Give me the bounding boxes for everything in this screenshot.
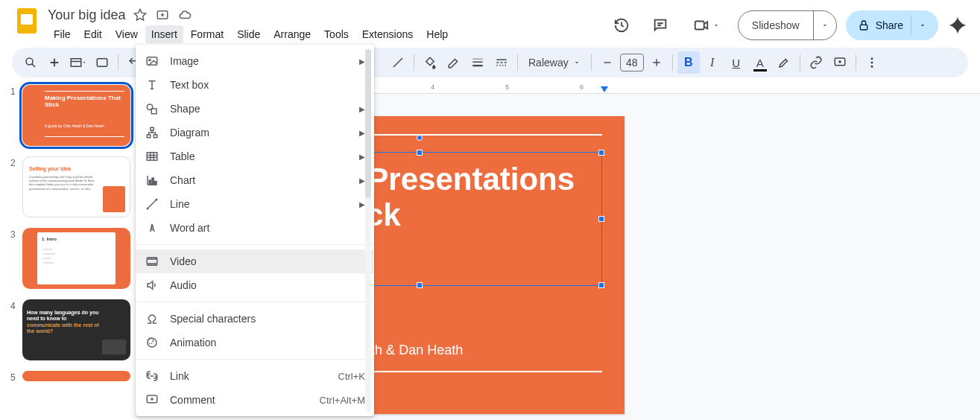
separator: [591, 54, 592, 71]
move-icon[interactable]: [155, 7, 170, 22]
separator: [800, 54, 800, 71]
increase-font-icon[interactable]: [645, 51, 668, 74]
menu-item-word-art[interactable]: Word art: [136, 216, 374, 240]
comment-icon: [145, 393, 159, 407]
border-weight-icon[interactable]: [467, 51, 489, 74]
shape-icon: [145, 102, 159, 115]
resize-handle[interactable]: [598, 150, 604, 156]
chevron-down-icon: [821, 22, 829, 29]
menu-item-chart[interactable]: Chart▶: [136, 168, 374, 192]
menu-item-special-characters[interactable]: Special characters: [136, 307, 374, 331]
menu-edit[interactable]: Edit: [78, 25, 108, 43]
menu-separator: [136, 244, 374, 245]
resize-handle[interactable]: [598, 216, 604, 222]
header: Your big idea FileEditViewInsertFormatSl…: [0, 0, 980, 48]
resize-handle[interactable]: [598, 282, 604, 288]
menu-item-text-box[interactable]: Text box: [136, 73, 374, 97]
decrease-font-icon[interactable]: [596, 51, 619, 74]
scrollbar[interactable]: [365, 49, 371, 412]
menu-item-audio[interactable]: Audio: [136, 273, 374, 297]
cloud-icon[interactable]: [177, 7, 192, 22]
menu-item-link[interactable]: LinkCtrl+K: [136, 364, 374, 388]
menu-arrange[interactable]: Arrange: [268, 25, 317, 43]
slide-thumbnail[interactable]: Making Presentations That Stick A guide …: [22, 85, 130, 146]
slide-number: 4: [10, 299, 22, 360]
border-color-icon[interactable]: [443, 51, 465, 74]
svg-point-3: [26, 58, 33, 65]
slideshow-main[interactable]: Slideshow: [739, 19, 813, 31]
menu-item-label: Shape: [170, 103, 349, 115]
slide-number: 3: [10, 228, 22, 289]
bold-button[interactable]: B: [677, 51, 700, 74]
svg-rect-21: [147, 57, 157, 66]
svg-point-19: [870, 62, 873, 64]
document-title[interactable]: Your big idea: [48, 7, 125, 23]
slide-thumbnail[interactable]: Selling your idea Created in partnership…: [22, 156, 130, 217]
theme-icon[interactable]: [91, 51, 113, 74]
more-icon[interactable]: [861, 51, 883, 74]
menu-format[interactable]: Format: [185, 25, 230, 43]
rotate-handle[interactable]: [417, 135, 423, 141]
app-logo[interactable]: [12, 6, 42, 36]
layout-icon[interactable]: [67, 51, 89, 74]
menu-item-label: Link: [170, 370, 328, 382]
star-icon[interactable]: [133, 7, 148, 22]
resize-handle[interactable]: [417, 150, 423, 156]
menu-item-diagram[interactable]: Diagram▶: [136, 121, 374, 144]
menu-item-animation[interactable]: Animation: [136, 331, 374, 354]
menu-file[interactable]: File: [48, 25, 77, 43]
resize-handle[interactable]: [417, 282, 423, 288]
underline-button[interactable]: U: [725, 51, 747, 74]
highlight-icon[interactable]: [773, 51, 795, 74]
menu-item-video[interactable]: Video: [136, 249, 374, 273]
filmstrip[interactable]: 1 Making Presentations That Stick A guid…: [0, 80, 139, 420]
text-color-icon[interactable]: A: [749, 51, 771, 74]
border-dash-icon[interactable]: [490, 51, 513, 74]
animation-icon: [145, 336, 159, 349]
share-main[interactable]: Share: [858, 19, 911, 31]
font-selector[interactable]: Raleway: [522, 57, 587, 69]
submenu-arrow-icon: ▶: [359, 57, 365, 66]
menu-item-shape[interactable]: Shape▶: [136, 97, 374, 121]
svg-rect-2: [860, 25, 867, 30]
slide-thumbnail[interactable]: [22, 371, 130, 381]
font-size-input[interactable]: [620, 54, 644, 71]
menubar: FileEditViewInsertFormatSlideArrangeTool…: [48, 25, 607, 43]
line-tool-icon[interactable]: [387, 51, 409, 74]
slideshow-dropdown[interactable]: [813, 11, 836, 39]
insert-link-icon[interactable]: [805, 51, 827, 74]
menu-tools[interactable]: Tools: [318, 25, 355, 43]
meet-button[interactable]: [684, 10, 729, 40]
menu-item-line[interactable]: Line▶: [136, 192, 374, 216]
svg-point-18: [870, 57, 873, 60]
slide-thumbnail[interactable]: How many languages do you need to know t…: [22, 299, 130, 360]
history-icon[interactable]: [607, 10, 636, 40]
slide-thumbnail[interactable]: 1. Intro ━━━━━━━━━━━━━━━━━━━━━━━━━━: [22, 228, 130, 289]
menu-help[interactable]: Help: [420, 25, 454, 43]
menu-item-table[interactable]: Table▶: [136, 144, 374, 168]
svg-rect-4: [71, 59, 81, 67]
menu-item-label: Chart: [170, 174, 349, 186]
menu-extensions[interactable]: Extensions: [356, 25, 419, 43]
thumb-title: Selling your idea: [29, 166, 71, 171]
header-actions: Slideshow Share: [607, 10, 968, 40]
share-dropdown[interactable]: [911, 16, 934, 35]
menu-insert[interactable]: Insert: [145, 25, 183, 43]
fill-color-icon[interactable]: [419, 51, 441, 74]
menu-item-image[interactable]: Image▶: [136, 49, 374, 73]
diagram-icon: [145, 126, 159, 139]
chevron-down-icon: [573, 59, 581, 66]
menu-view[interactable]: View: [110, 25, 144, 43]
menu-item-comment[interactable]: CommentCtrl+Alt+M: [136, 388, 374, 412]
menu-slide[interactable]: Slide: [231, 25, 266, 43]
svg-rect-6: [472, 59, 483, 60]
new-slide-icon[interactable]: [43, 51, 66, 74]
svg-rect-13: [496, 65, 498, 66]
menu-separator: [136, 359, 374, 360]
gemini-icon[interactable]: [947, 15, 968, 36]
svg-rect-11: [501, 62, 503, 63]
search-menus-icon[interactable]: [19, 51, 42, 74]
comment-icon[interactable]: [645, 10, 675, 40]
insert-comment-icon[interactable]: [829, 51, 851, 74]
italic-button[interactable]: I: [701, 51, 724, 74]
